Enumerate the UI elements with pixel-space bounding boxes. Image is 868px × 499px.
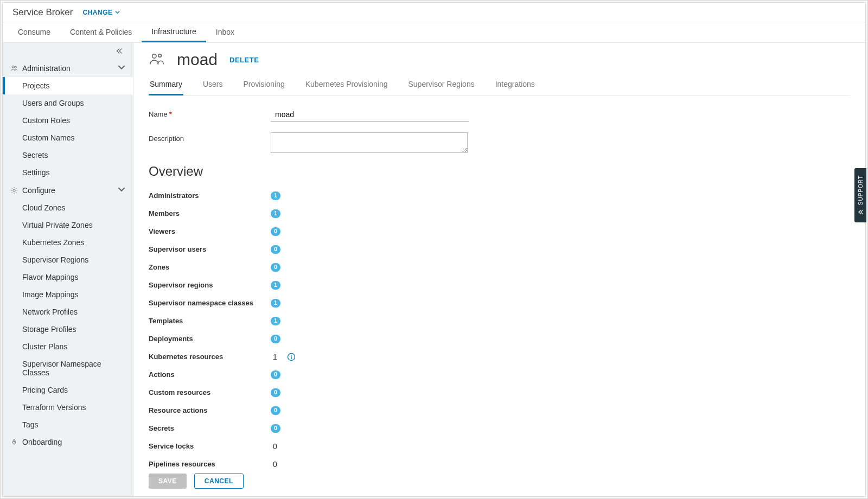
overview-row: Supervisor namespace classes1 xyxy=(149,294,828,312)
overview-row: Deployments0 xyxy=(149,330,828,348)
sidebar: Administration Projects Users and Groups… xyxy=(3,43,133,496)
sidebar-item-settings[interactable]: Settings xyxy=(3,164,133,181)
overview-label: Pipelines resources xyxy=(149,460,271,468)
rocket-icon xyxy=(10,438,18,446)
chevron-double-left-icon xyxy=(857,209,864,215)
support-tab[interactable]: SUPPORT xyxy=(854,168,866,222)
sidebar-section-label: Administration xyxy=(22,64,71,73)
overview-label: Kubernetes resources xyxy=(149,353,271,361)
sidebar-item-cloud-zones[interactable]: Cloud Zones xyxy=(3,199,133,216)
sidebar-item-cluster-plans[interactable]: Cluster Plans xyxy=(3,338,133,355)
delete-button[interactable]: DELETE xyxy=(229,56,259,64)
count-badge: 0 xyxy=(271,388,280,397)
overview-row: Actions0 xyxy=(149,366,828,383)
sidebar-item-flavor-mappings[interactable]: Flavor Mappings xyxy=(3,268,133,286)
svg-point-4 xyxy=(152,54,157,58)
overview-label: Zones xyxy=(149,263,271,271)
save-button[interactable]: SAVE xyxy=(149,474,187,489)
support-label: SUPPORT xyxy=(858,175,864,205)
name-label: Name* xyxy=(149,108,271,118)
overview-label: Actions xyxy=(149,370,271,379)
sidebar-item-supervisor-namespace-classes[interactable]: Supervisor Namespace Classes xyxy=(3,355,133,381)
sidebar-section-onboarding[interactable]: Onboarding xyxy=(3,433,133,451)
svg-point-5 xyxy=(158,54,162,57)
overview-row: Administrators1 xyxy=(149,187,828,204)
overview-row: Service locks0 xyxy=(149,437,828,455)
description-label: Description xyxy=(149,132,271,143)
subtab-supervisor-regions[interactable]: Supervisor Regions xyxy=(407,76,476,95)
gear-icon xyxy=(10,187,18,194)
overview-label: Supervisor users xyxy=(149,245,271,253)
svg-rect-7 xyxy=(291,356,291,359)
sidebar-section-administration[interactable]: Administration xyxy=(3,59,133,77)
chevron-down-icon xyxy=(115,10,120,15)
sidebar-item-storage-profiles[interactable]: Storage Profiles xyxy=(3,321,133,338)
sidebar-item-supervisor-regions[interactable]: Supervisor Regions xyxy=(3,251,133,268)
subtab-users[interactable]: Users xyxy=(202,76,224,95)
count-badge: 1 xyxy=(271,209,280,218)
svg-rect-8 xyxy=(291,355,291,356)
overview-label: Administrators xyxy=(149,191,271,200)
change-label: CHANGE xyxy=(82,9,112,16)
count-badge: 1 xyxy=(271,299,280,308)
chevron-down-icon xyxy=(118,63,125,71)
svg-point-0 xyxy=(12,66,14,68)
tab-inbox[interactable]: Inbox xyxy=(206,22,244,42)
sidebar-item-secrets[interactable]: Secrets xyxy=(3,146,133,164)
description-input[interactable] xyxy=(271,132,468,153)
chevron-down-icon xyxy=(118,185,125,193)
overview-row: Zones0 xyxy=(149,258,828,276)
cancel-button[interactable]: CANCEL xyxy=(194,474,244,489)
sidebar-item-kubernetes-zones[interactable]: Kubernetes Zones xyxy=(3,234,133,251)
svg-point-3 xyxy=(14,441,15,442)
sidebar-section-label: Onboarding xyxy=(22,438,62,446)
count-badge: 0 xyxy=(271,370,280,379)
sidebar-item-pricing-cards[interactable]: Pricing Cards xyxy=(3,381,133,399)
sidebar-section-label: Configure xyxy=(22,186,55,195)
main-content: moad DELETE Summary Users Provisioning K… xyxy=(133,43,865,496)
tab-consume[interactable]: Consume xyxy=(8,22,60,42)
tab-infrastructure[interactable]: Infrastructure xyxy=(142,22,206,42)
sidebar-item-projects[interactable]: Projects xyxy=(3,77,133,94)
sidebar-item-custom-roles[interactable]: Custom Roles xyxy=(3,112,133,129)
sidebar-item-tags[interactable]: Tags xyxy=(3,416,133,433)
overview-row: Resource actions0 xyxy=(149,401,828,419)
sidebar-item-virtual-private-zones[interactable]: Virtual Private Zones xyxy=(3,216,133,234)
overview-label: Custom resources xyxy=(149,388,271,396)
overview-label: Resource actions xyxy=(149,406,271,414)
overview-label: Templates xyxy=(149,317,271,325)
subtab-integrations[interactable]: Integrations xyxy=(494,76,536,95)
svg-point-2 xyxy=(13,189,15,191)
info-icon[interactable] xyxy=(287,353,296,361)
overview-row: Pipelines resources0 xyxy=(149,455,828,468)
name-input[interactable] xyxy=(271,108,469,121)
subtab-summary[interactable]: Summary xyxy=(149,76,183,95)
count-badge: 0 xyxy=(271,406,280,415)
sidebar-collapse-button[interactable] xyxy=(3,43,133,59)
sidebar-item-network-profiles[interactable]: Network Profiles xyxy=(3,303,133,321)
app-title: Service Broker xyxy=(12,7,73,18)
svg-point-1 xyxy=(15,66,17,68)
sidebar-item-users-groups[interactable]: Users and Groups xyxy=(3,94,133,112)
overview-label: Deployments xyxy=(149,335,271,343)
tab-content-policies[interactable]: Content & Policies xyxy=(60,22,142,42)
count-badge: 0 xyxy=(271,263,280,272)
count-value: 1 xyxy=(271,353,279,361)
change-app-link[interactable]: CHANGE xyxy=(82,9,119,16)
chevron-double-left-icon xyxy=(116,47,123,55)
subtab-provisioning[interactable]: Provisioning xyxy=(242,76,285,95)
count-value: 0 xyxy=(271,442,279,451)
overview-row: Members1 xyxy=(149,204,828,222)
count-badge: 1 xyxy=(271,281,280,290)
sidebar-item-terraform-versions[interactable]: Terraform Versions xyxy=(3,399,133,416)
sidebar-item-custom-names[interactable]: Custom Names xyxy=(3,129,133,146)
project-icon xyxy=(149,51,165,69)
overview-row: Supervisor regions1 xyxy=(149,276,828,294)
overview-label: Viewers xyxy=(149,227,271,235)
count-badge: 1 xyxy=(271,191,280,200)
page-title: moad xyxy=(177,50,218,69)
subtab-kubernetes-provisioning[interactable]: Kubernetes Provisioning xyxy=(304,76,389,95)
sidebar-item-image-mappings[interactable]: Image Mappings xyxy=(3,286,133,303)
sidebar-section-configure[interactable]: Configure xyxy=(3,181,133,199)
overview-row: Secrets0 xyxy=(149,419,828,437)
